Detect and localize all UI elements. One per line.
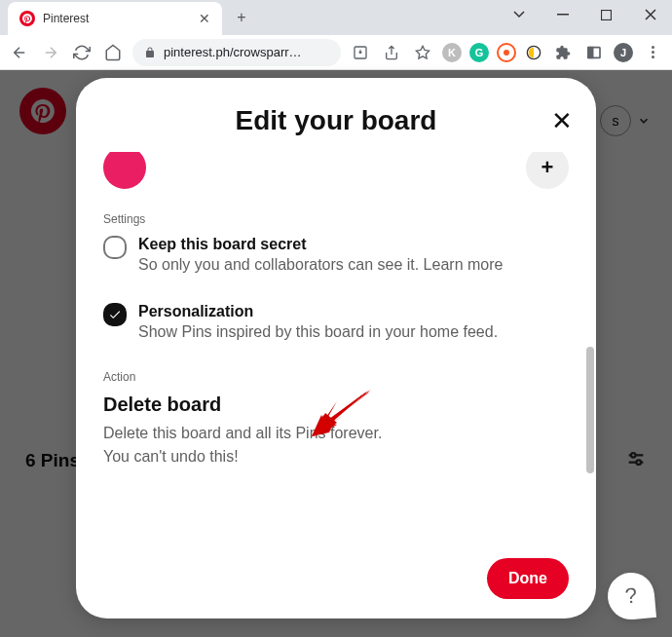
window-minimize[interactable] [541,0,584,29]
window-dropdown[interactable] [497,0,541,29]
menu-button[interactable] [641,41,664,64]
home-button[interactable] [101,41,125,64]
edit-board-modal: Edit your board ✕ + Settings Keep this b… [76,78,596,618]
extension-s-icon[interactable] [524,43,543,62]
user-avatar[interactable] [103,152,146,189]
extension-o-icon[interactable] [497,43,516,62]
back-button[interactable] [8,41,31,64]
action-section: Action Delete board Delete this board an… [103,370,569,468]
delete-description-line1: Delete this board and all its Pins forev… [103,422,569,445]
profile-avatar[interactable]: J [614,43,633,62]
reload-button[interactable] [70,41,93,64]
personalization-toggle-row[interactable]: Personalization Show Pins inspired by th… [103,303,569,343]
secret-title: Keep this board secret [138,236,569,253]
install-icon[interactable] [349,41,372,64]
personalization-checkbox[interactable] [103,303,127,326]
action-section-label: Action [103,370,569,384]
lock-icon [144,46,156,59]
share-icon[interactable] [380,41,403,64]
modal-footer: Done [76,539,596,618]
personalization-title: Personalization [138,303,569,320]
svg-rect-6 [588,47,593,57]
add-collaborator-button[interactable]: + [526,152,569,189]
svg-rect-0 [557,14,569,16]
close-icon[interactable]: ✕ [551,106,573,136]
url-text: pinterest.ph/crowsparr… [164,45,302,59]
extension-grammarly-icon[interactable]: G [469,43,489,62]
modal-header: Edit your board ✕ [76,78,596,152]
sidepanel-icon[interactable] [582,41,606,64]
tab-close-icon[interactable]: ✕ [199,11,210,26]
content-area: s 6 Pins Edit your board ✕ + Settings Ke… [0,70,672,637]
browser-tab[interactable]: Pinterest ✕ [8,2,222,35]
modal-body: + Settings Keep this board secret So onl… [76,152,596,539]
new-tab-button[interactable]: + [228,4,255,31]
star-icon[interactable] [411,41,434,64]
window-maximize[interactable] [584,0,628,29]
collaborators-row: + [103,152,569,189]
extensions-icon[interactable] [551,41,575,64]
nav-bar: pinterest.ph/crowsparr… K G J [0,35,672,70]
personalization-description: Show Pins inspired by this board in your… [138,322,569,343]
secret-board-toggle-row[interactable]: Keep this board secret So only you and c… [103,236,569,276]
url-bar[interactable]: pinterest.ph/crowsparr… [132,39,341,66]
scrollbar-thumb[interactable] [586,347,594,473]
done-button[interactable]: Done [487,558,569,599]
svg-rect-1 [602,10,612,19]
secret-checkbox[interactable] [103,236,127,259]
pinterest-favicon [19,11,35,26]
settings-section-label: Settings [103,212,569,226]
window-controls [497,0,672,29]
window-close[interactable] [628,0,672,29]
tab-title: Pinterest [43,12,191,25]
delete-description-line2: You can't undo this! [103,445,569,468]
extension-icons: K G J [442,41,664,64]
svg-marker-3 [416,46,429,58]
forward-button[interactable] [39,41,62,64]
delete-board-button[interactable]: Delete board [103,393,569,416]
modal-title: Edit your board [236,105,437,136]
extension-k-icon[interactable]: K [442,43,462,62]
secret-description: So only you and collaborators can see it… [138,255,569,276]
